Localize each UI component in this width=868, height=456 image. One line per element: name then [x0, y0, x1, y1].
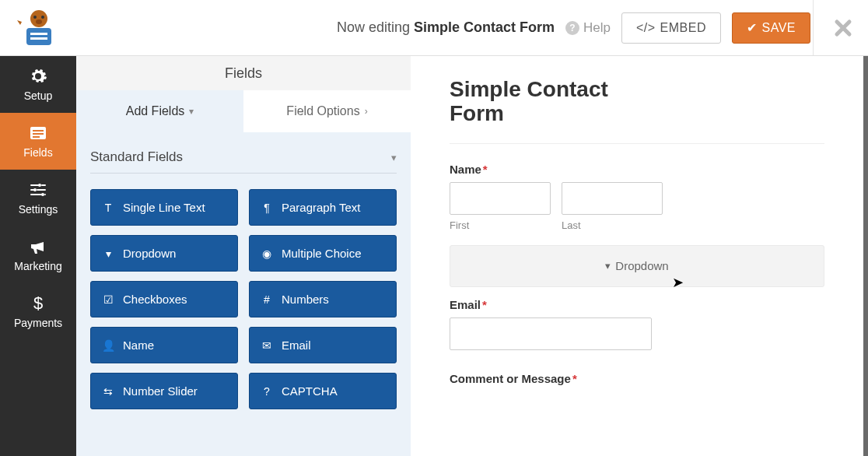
envelope-icon: ✉ [261, 339, 273, 352]
radio-icon: ◉ [261, 247, 273, 260]
field-captcha[interactable]: ?CAPTCHA [249, 373, 397, 409]
comment-field-label: Comment or Message* [450, 372, 824, 385]
field-number-slider[interactable]: ⇆Number Slider [90, 373, 238, 409]
cursor-icon: ➤ [672, 274, 684, 291]
svg-point-2 [41, 16, 44, 19]
embed-button[interactable]: </> EMBED [621, 12, 721, 44]
field-single-line-text[interactable]: TSingle Line Text [90, 189, 238, 226]
editing-label: Now editing Simple Contact Form [337, 19, 555, 36]
dropdown-drop-placeholder[interactable]: ▾ Dropdown ➤ [450, 245, 824, 287]
sliders-icon [29, 181, 47, 199]
svg-point-1 [33, 16, 37, 19]
nav-payments[interactable]: $ Payments [0, 283, 76, 340]
svg-rect-8 [33, 130, 44, 132]
svg-point-12 [33, 188, 37, 191]
svg-rect-9 [33, 133, 44, 135]
slider-icon: ⇆ [102, 385, 114, 398]
text-icon: T [102, 202, 114, 214]
hash-icon: # [261, 293, 273, 306]
svg-rect-10 [33, 136, 40, 138]
field-numbers[interactable]: #Numbers [249, 281, 397, 317]
user-icon: 👤 [102, 339, 114, 352]
tab-add-fields[interactable]: Add Fields▾ [76, 90, 243, 132]
name-field-label: Name* [450, 163, 824, 176]
svg-point-13 [41, 193, 44, 196]
group-standard-fields[interactable]: Standard Fields ▾ [90, 149, 397, 174]
field-multiple-choice[interactable]: ◉Multiple Choice [249, 235, 397, 272]
chevron-down-icon: ▾ [391, 152, 397, 163]
left-panel: Fields Add Fields▾ Field Options› Standa… [76, 56, 411, 456]
preview-pane: Simple Contact Form Name* First Last ▾ D… [411, 56, 868, 456]
first-sublabel: First [450, 219, 551, 231]
email-input[interactable] [450, 317, 652, 350]
dollar-icon: $ [29, 294, 47, 313]
divider [450, 143, 824, 144]
svg-rect-4 [26, 28, 51, 45]
question-icon: ? [261, 385, 273, 398]
code-icon: </> [636, 21, 656, 35]
field-paragraph-text[interactable]: ¶Paragraph Text [249, 189, 397, 226]
dropdown-icon: ▾ [605, 260, 611, 272]
close-icon[interactable] [834, 19, 852, 37]
tab-field-options[interactable]: Field Options› [243, 90, 411, 132]
field-dropdown[interactable]: ▾Dropdown [90, 235, 238, 272]
svg-point-0 [30, 10, 47, 27]
builder-area: Fields Add Fields▾ Field Options› Standa… [76, 56, 868, 456]
form-icon [29, 124, 47, 142]
svg-rect-5 [30, 33, 47, 35]
checkbox-icon: ☑ [102, 293, 114, 306]
svg-rect-6 [30, 37, 47, 40]
left-nav: Setup Fields Settings Marketing $ Paymen… [0, 56, 76, 456]
svg-point-3 [36, 19, 42, 24]
top-header: Now editing Simple Contact Form ? Help <… [0, 0, 868, 56]
gear-icon [29, 67, 47, 86]
last-sublabel: Last [562, 219, 663, 231]
first-name-input[interactable] [450, 182, 551, 215]
field-grid: TSingle Line Text ¶Paragraph Text ▾Dropd… [90, 189, 397, 409]
megaphone-icon [29, 237, 47, 256]
nav-fields[interactable]: Fields [0, 113, 76, 170]
help-icon: ? [565, 21, 579, 35]
svg-point-11 [38, 184, 41, 187]
chevron-down-icon: ▾ [189, 106, 194, 117]
chevron-right-icon: › [365, 106, 368, 117]
field-name[interactable]: 👤Name [90, 327, 238, 363]
header-divider [813, 0, 814, 55]
nav-marketing[interactable]: Marketing [0, 226, 76, 283]
email-field-label: Email* [450, 298, 824, 311]
nav-setup[interactable]: Setup [0, 56, 76, 113]
panel-title: Fields [76, 56, 411, 90]
help-link[interactable]: ? Help [565, 20, 611, 36]
panel-tabs: Add Fields▾ Field Options› [76, 90, 411, 132]
form-preview: Simple Contact Form Name* First Last ▾ D… [411, 56, 863, 456]
last-name-input[interactable] [562, 182, 663, 215]
nav-settings[interactable]: Settings [0, 170, 76, 226]
field-email[interactable]: ✉Email [249, 327, 397, 363]
check-icon: ✔ [747, 20, 758, 35]
paragraph-icon: ¶ [261, 202, 273, 214]
wpforms-logo [16, 8, 62, 48]
field-checkboxes[interactable]: ☑Checkboxes [90, 281, 238, 317]
save-button[interactable]: ✔ SAVE [732, 12, 810, 44]
preview-form-title: Simple Contact Form [450, 78, 652, 126]
dropdown-icon: ▾ [102, 247, 114, 260]
